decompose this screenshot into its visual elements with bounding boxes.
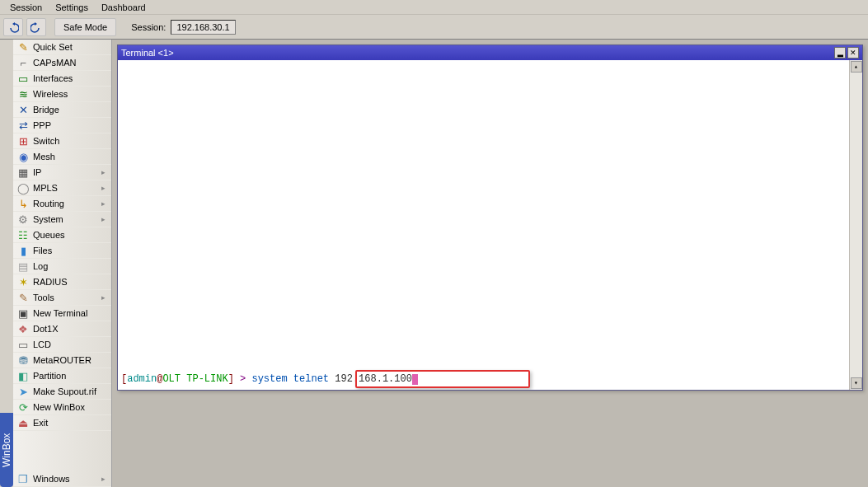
menubar: Session Settings Dashboard <box>0 0 868 15</box>
cursor-icon <box>412 374 418 385</box>
sidebar-item-routing[interactable]: ↳Routing▸ <box>13 196 111 212</box>
sidebar-item-label: Quick Set <box>33 42 108 52</box>
switch-icon: ⊞ <box>16 134 30 148</box>
sidebar-item-new-terminal[interactable]: ▣New Terminal <box>13 306 111 321</box>
partition-icon: ◧ <box>16 369 30 382</box>
close-icon[interactable]: ✕ <box>847 47 859 59</box>
session-label: Session: <box>131 22 166 32</box>
sidebar-item-radius[interactable]: ✶RADIUS <box>13 274 111 290</box>
exit-icon: ⏏ <box>16 416 30 429</box>
sidebar-item-label: PPP <box>33 120 108 130</box>
sidebar-item-label: Partition <box>33 371 108 381</box>
sidebar-item-lcd[interactable]: ▭LCD <box>13 337 111 353</box>
sidebar-item-label: LCD <box>33 339 108 349</box>
mpls-icon: ◯ <box>16 181 30 194</box>
routing-icon: ↳ <box>16 197 30 210</box>
sidebar-item-bridge[interactable]: ✕Bridge <box>13 102 111 118</box>
interfaces-icon: ▭ <box>16 72 30 85</box>
terminal-body[interactable]: [admin@OLT TP-LINK] > system telnet 192.… <box>118 60 862 390</box>
sidebar-item-system[interactable]: ⚙System▸ <box>13 212 111 227</box>
sidebar-item-log[interactable]: ▤Log <box>13 259 111 274</box>
scroll-up-icon[interactable]: ▴ <box>851 61 862 73</box>
sidebar-item-label: MPLS <box>33 183 101 193</box>
submenu-arrow-icon: ▸ <box>101 215 108 223</box>
session-address[interactable]: 192.168.30.1 <box>171 20 235 35</box>
sidebar-item-tools[interactable]: ✎Tools▸ <box>13 290 111 306</box>
sidebar-item-interfaces[interactable]: ▭Interfaces <box>13 71 111 87</box>
safe-mode-button[interactable]: Safe Mode <box>54 18 116 36</box>
workspace: Terminal <1> ▂ ✕ [admin@OLT TP-LINK] > s… <box>112 40 868 487</box>
sidebar-item-files[interactable]: ▮Files <box>13 243 111 259</box>
terminal-title: Terminal <1> <box>121 48 833 58</box>
sidebar-item-label: Log <box>33 261 108 271</box>
new-winbox-icon: ⟳ <box>16 400 30 414</box>
menu-session[interactable]: Session <box>3 2 49 13</box>
sidebar-item-mpls[interactable]: ◯MPLS▸ <box>13 180 111 196</box>
sidebar-item-label: New Terminal <box>33 308 108 318</box>
sidebar: ✎Quick Set⌐CAPsMAN▭Interfaces≋Wireless✕B… <box>13 40 112 487</box>
sidebar-item-new-winbox[interactable]: ⟳New WinBox <box>13 400 111 415</box>
sidebar-item-queues[interactable]: ☷Queues <box>13 227 111 243</box>
wireless-icon: ≋ <box>16 87 30 101</box>
terminal-prompt-line: [admin@OLT TP-LINK] > system telnet 192.… <box>121 373 846 385</box>
sidebar-item-label: Switch <box>33 136 108 146</box>
dot1x-icon: ❖ <box>16 322 30 335</box>
sidebar-item-wireless[interactable]: ≋Wireless <box>13 87 111 102</box>
lcd-icon: ▭ <box>16 338 30 351</box>
system-icon: ⚙ <box>16 213 30 226</box>
sidebar-item-label: IP <box>33 167 101 177</box>
redo-button[interactable] <box>26 18 46 36</box>
new-terminal-icon: ▣ <box>16 307 30 320</box>
sidebar-item-label: Routing <box>33 199 101 208</box>
sidebar-item-ip[interactable]: ▦IP▸ <box>13 165 111 180</box>
submenu-arrow-icon: ▸ <box>101 184 108 192</box>
radius-icon: ✶ <box>16 275 30 288</box>
scroll-down-icon[interactable]: ▾ <box>851 377 862 389</box>
toolbar: Safe Mode Session: 192.168.30.1 <box>0 15 868 40</box>
terminal-scrollbar[interactable]: ▴ ▾ <box>849 60 862 390</box>
sidebar-item-ppp[interactable]: ⇄PPP <box>13 118 111 133</box>
sidebar-item-label: Make Supout.rif <box>33 386 108 396</box>
sidebar-item-label: Exit <box>33 418 108 428</box>
sidebar-item-dot1x[interactable]: ❖Dot1X <box>13 321 111 337</box>
menu-settings[interactable]: Settings <box>49 2 95 13</box>
submenu-arrow-icon: ▸ <box>101 199 108 208</box>
sidebar-item-mesh[interactable]: ◉Mesh <box>13 149 111 165</box>
sidebar-item-exit[interactable]: ⏏Exit <box>13 415 111 431</box>
sidebar-item-label: Queues <box>33 230 108 240</box>
sidebar-item-label: CAPsMAN <box>33 58 108 68</box>
files-icon: ▮ <box>16 244 30 257</box>
sidebar-item-label: Files <box>33 246 108 255</box>
metarouter-icon: ⛃ <box>16 354 30 367</box>
sidebar-item-windows[interactable]: ❐Windows▸ <box>13 471 111 487</box>
app-label-tab: WinBox <box>0 413 13 487</box>
sidebar-item-label: Windows <box>33 474 101 484</box>
tools-icon: ✎ <box>16 291 30 304</box>
sidebar-item-label: Interfaces <box>33 73 108 83</box>
sidebar-item-label: Dot1X <box>33 324 108 334</box>
ppp-icon: ⇄ <box>16 119 30 132</box>
undo-button[interactable] <box>3 18 23 36</box>
terminal-titlebar[interactable]: Terminal <1> ▂ ✕ <box>118 45 862 60</box>
sidebar-item-partition[interactable]: ◧Partition <box>13 368 111 384</box>
submenu-arrow-icon: ▸ <box>101 168 108 176</box>
capsman-icon: ⌐ <box>16 56 30 69</box>
sidebar-item-label: System <box>33 214 101 224</box>
sidebar-item-label: Mesh <box>33 152 108 162</box>
bridge-icon: ✕ <box>16 103 30 116</box>
menu-dashboard[interactable]: Dashboard <box>95 2 152 13</box>
sidebar-item-make-supout-rif[interactable]: ➤Make Supout.rif <box>13 384 111 400</box>
sidebar-item-label: RADIUS <box>33 277 108 287</box>
sidebar-item-label: MetaROUTER <box>33 355 108 365</box>
sidebar-item-label: New WinBox <box>33 402 108 412</box>
sidebar-item-quick-set[interactable]: ✎Quick Set <box>13 40 111 55</box>
sidebar-item-switch[interactable]: ⊞Switch <box>13 133 111 149</box>
sidebar-item-capsman[interactable]: ⌐CAPsMAN <box>13 55 111 71</box>
mesh-icon: ◉ <box>16 150 30 163</box>
submenu-arrow-icon: ▸ <box>101 475 108 483</box>
sidebar-item-metarouter[interactable]: ⛃MetaROUTER <box>13 353 111 368</box>
windows-icon: ❐ <box>16 472 30 485</box>
queues-icon: ☷ <box>16 228 30 241</box>
minimize-icon[interactable]: ▂ <box>834 47 846 59</box>
terminal-window: Terminal <1> ▂ ✕ [admin@OLT TP-LINK] > s… <box>117 44 863 391</box>
